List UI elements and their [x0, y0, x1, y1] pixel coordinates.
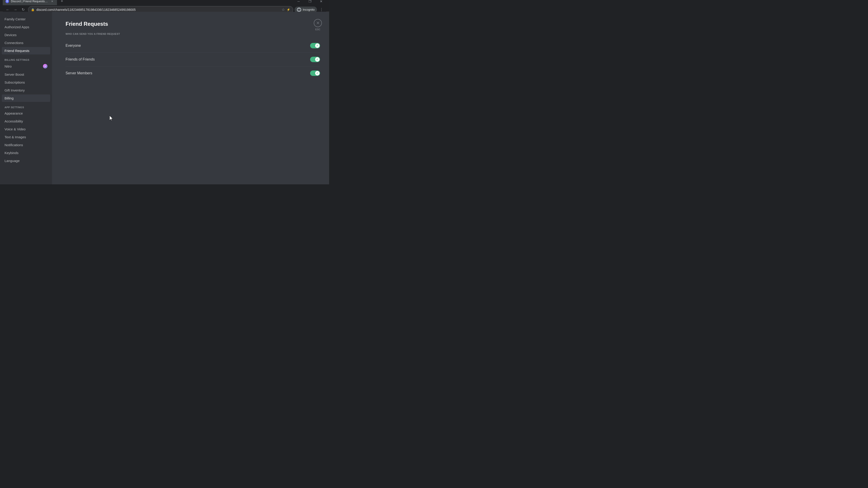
sidebar-item-label: Family Center — [4, 17, 26, 21]
incognito-label: Incognito — [303, 8, 315, 11]
server-members-toggle-knob: ✓ — [315, 71, 320, 75]
sidebar-item-label: Authorized Apps — [4, 25, 29, 29]
tab-close-button[interactable]: ✕ — [50, 0, 54, 3]
extensions-icon[interactable]: ⚡ — [287, 8, 290, 11]
checkmark-icon: ✓ — [316, 58, 318, 61]
sidebar-item-notifications[interactable]: Notifications — [2, 141, 50, 149]
checkmark-icon: ✓ — [316, 72, 318, 75]
sidebar-item-label: Text & Images — [4, 135, 26, 139]
sidebar: Family Center Authorized Apps Devices Co… — [0, 12, 52, 184]
server-members-label: Server Members — [66, 71, 92, 75]
sidebar-item-family-center[interactable]: Family Center — [2, 15, 50, 23]
sidebar-item-label: Friend Requests — [4, 49, 29, 53]
server-members-toggle[interactable]: ✓ — [310, 70, 320, 76]
sidebar-item-label: Accessibility — [4, 119, 23, 123]
cursor — [110, 116, 114, 120]
everyone-toggle-knob: ✓ — [315, 43, 320, 48]
friends-of-friends-setting-row: Friends of Friends ✓ — [66, 53, 320, 66]
tab-title: Discord | Friend Requests | User... — [11, 0, 49, 3]
sidebar-item-label: Gift Inventory — [4, 88, 25, 92]
everyone-toggle[interactable]: ✓ — [310, 43, 320, 48]
sidebar-item-label: Language — [4, 159, 20, 163]
browser-tab[interactable]: D Discord | Friend Requests | User... ✕ — [3, 0, 57, 5]
sidebar-item-accessibility[interactable]: Accessibility — [2, 118, 50, 125]
friends-of-friends-toggle[interactable]: ✓ — [310, 57, 320, 62]
minimize-button[interactable]: ─ — [293, 0, 304, 5]
section-label: WHO CAN SEND YOU A FRIEND REQUEST — [66, 33, 320, 35]
sidebar-item-billing[interactable]: Billing — [2, 94, 50, 102]
sidebar-item-language[interactable]: Language — [2, 157, 50, 164]
sidebar-item-keybinds[interactable]: Keybinds — [2, 149, 50, 157]
sidebar-item-label: Server Boost — [4, 72, 24, 76]
sidebar-item-nitro[interactable]: Nitro ✦ — [2, 62, 50, 70]
sidebar-item-label: Notifications — [4, 143, 23, 147]
sidebar-item-label: Keybinds — [4, 151, 19, 155]
close-esc-button[interactable]: ✕ ESC — [314, 19, 322, 31]
sidebar-item-server-boost[interactable]: Server Boost — [2, 71, 50, 78]
close-window-button[interactable]: ✕ — [316, 0, 327, 5]
checkmark-icon: ✓ — [316, 44, 318, 47]
page-title: Friend Requests — [66, 21, 320, 27]
billing-settings-label: BILLING SETTINGS — [2, 55, 50, 62]
bookmark-icon[interactable]: ☆ — [282, 7, 285, 12]
close-circle-icon: ✕ — [314, 19, 322, 27]
friends-of-friends-toggle-knob: ✓ — [315, 57, 320, 62]
incognito-icon — [297, 7, 301, 12]
tab-favicon: D — [5, 0, 9, 3]
everyone-label: Everyone — [66, 43, 81, 48]
sidebar-item-devices[interactable]: Devices — [2, 31, 50, 39]
window-controls: ─ ❐ ✕ — [293, 0, 327, 5]
sidebar-item-label: Subscriptions — [4, 80, 25, 84]
sidebar-item-authorized-apps[interactable]: Authorized Apps — [2, 23, 50, 31]
esc-label: ESC — [315, 28, 320, 31]
sidebar-item-label: Voice & Video — [4, 127, 26, 131]
sidebar-item-appearance[interactable]: Appearance — [2, 109, 50, 117]
sidebar-item-friend-requests[interactable]: Friend Requests — [2, 47, 50, 55]
nitro-badge: ✦ — [43, 64, 48, 68]
sidebar-item-label: Billing — [4, 96, 13, 100]
server-members-setting-row: Server Members ✓ — [66, 66, 320, 80]
sidebar-item-connections[interactable]: Connections — [2, 39, 50, 46]
sidebar-item-label: Devices — [4, 33, 17, 37]
sidebar-item-voice-video[interactable]: Voice & Video — [2, 125, 50, 133]
friends-of-friends-label: Friends of Friends — [66, 57, 95, 61]
sidebar-item-label: Nitro — [4, 64, 12, 68]
sidebar-item-gift-inventory[interactable]: Gift Inventory — [2, 87, 50, 94]
main-content: ✕ ESC Friend Requests WHO CAN SEND YOU A… — [52, 12, 329, 184]
browser-chrome: D Discord | Friend Requests | User... ✕ … — [0, 0, 329, 12]
address-text: discord.com/channels/1182346851781984336… — [36, 8, 280, 11]
lock-icon: 🔒 — [31, 8, 35, 11]
app-layout: Family Center Authorized Apps Devices Co… — [0, 12, 329, 184]
new-tab-button[interactable]: + — [59, 0, 65, 4]
settings-list: Everyone ✓ Friends of Friends ✓ Server M… — [66, 39, 320, 80]
sidebar-item-text-images[interactable]: Text & Images — [2, 133, 50, 141]
sidebar-item-label: Connections — [4, 41, 23, 45]
everyone-setting-row: Everyone ✓ — [66, 39, 320, 53]
maximize-button[interactable]: ❐ — [305, 0, 315, 5]
sidebar-item-subscriptions[interactable]: Subscriptions — [2, 78, 50, 86]
app-settings-label: APP SETTINGS — [2, 102, 50, 109]
sidebar-item-label: Appearance — [4, 111, 23, 115]
